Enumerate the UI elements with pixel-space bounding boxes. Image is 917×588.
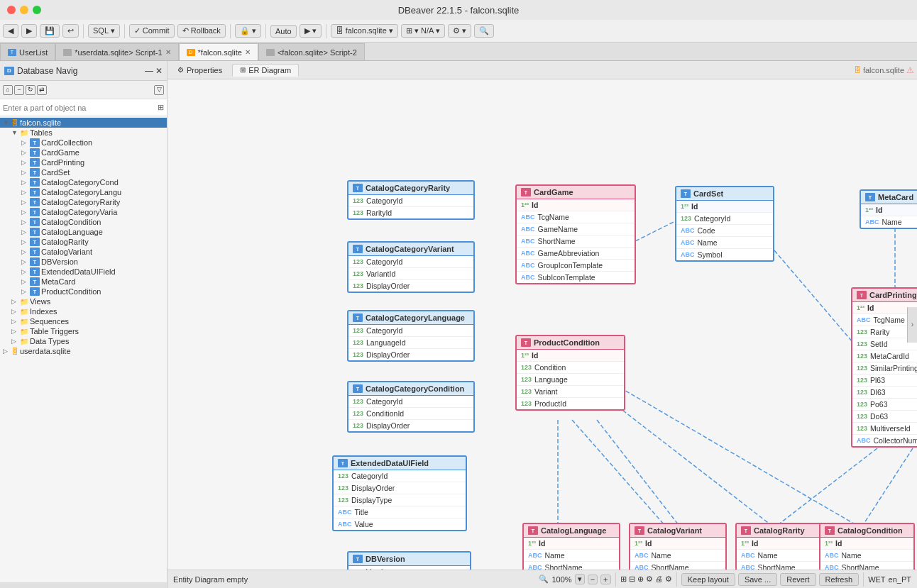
sidebar-item-views[interactable]: ▷ 📁 Views [0, 296, 167, 306]
entity-catalogcategoryrarity[interactable]: T CatalogCategoryRarity 123 CategoryId 1… [347, 180, 475, 220]
auto-select[interactable]: Auto [270, 25, 297, 38]
tab-script1[interactable]: *userdata.sqlite> Script-1 ✕ [55, 43, 178, 60]
db-icon: 🗄 [11, 119, 18, 127]
connection-select[interactable]: 🗄 falcon.sqlite ▾ [331, 24, 398, 38]
entity-cardgame[interactable]: T CardGame 1²³ Id ABC TcgName ABC GameNa… [515, 184, 636, 284]
entity-catalogvariant[interactable]: T CatalogVariant 1²³ Id ABC Name ABC Sho… [629, 523, 727, 570]
sidebar-item-cardcollection[interactable]: ▷ T CardCollection [0, 138, 167, 148]
revert-toolbar-button[interactable]: ↩ [62, 24, 79, 38]
run-button[interactable]: ▶ ▾ [300, 24, 322, 38]
entity-dbversion[interactable]: T DBVersion 123 Version 123 MinimumAppVe… [347, 551, 471, 570]
filter-icon[interactable]: ⊞ [158, 103, 164, 112]
content-header-right: 🗄 falcon.sqlite ⚠ [854, 65, 914, 75]
revert-btn[interactable]: Revert [780, 573, 816, 586]
close-button[interactable] [7, 6, 16, 14]
transaction-button[interactable]: 🔒 ▾ [235, 24, 261, 38]
sidebar-item-catalogcategoryrarity[interactable]: ▷ T CatalogCategoryRarity [0, 197, 167, 207]
forward-button[interactable]: ▶ [21, 24, 37, 38]
entity-catalogcategorycondition[interactable]: T CatalogCategoryCondition 123 CategoryI… [347, 381, 475, 433]
entity-extendeddatauifield[interactable]: T ExtendedDataUIField 123 CategoryId 123… [332, 455, 467, 531]
zoom-dropdown[interactable]: ▾ [575, 574, 585, 584]
field-name: CategoryId [366, 397, 402, 406]
sidebar-item-catalogcategorylang[interactable]: ▷ T CatalogCategoryLangu [0, 187, 167, 197]
sidebar-minimize[interactable]: — [145, 66, 153, 76]
sidebar-search-input[interactable] [3, 104, 158, 112]
sidebar-label-cardset: CardSet [41, 168, 70, 177]
sidebar-item-falcon-sqlite[interactable]: ▼ 🗄 falcon.sqlite [0, 118, 167, 128]
entity-catalogcategoryvariant[interactable]: T CatalogCategoryVariant 123 CategoryId … [347, 241, 475, 293]
tab-properties[interactable]: ⚙ Properties [170, 65, 229, 76]
minimize-button[interactable] [20, 6, 28, 14]
zoom-minus-btn[interactable]: − [588, 575, 598, 584]
sidebar-item-indexes[interactable]: ▷ 📁 Indexes [0, 306, 167, 316]
sidebar-collapse-btn[interactable]: − [14, 85, 24, 95]
sidebar-item-tables[interactable]: ▼ 📁 Tables [0, 128, 167, 138]
tab-falcon-close[interactable]: ✕ [245, 48, 251, 56]
tab-script1-close[interactable]: ✕ [165, 48, 171, 56]
entity-cataloglanguage[interactable]: T CatalogLanguage 1²³ Id ABC Name ABC Sh… [522, 523, 620, 570]
entity-metacard[interactable]: T MetaCard 1²³ Id ABC Name [860, 189, 917, 229]
tab-er-diagram[interactable]: ⊞ ER Diagram [232, 64, 299, 77]
search-button[interactable]: 🔍 [474, 24, 494, 38]
field-name: SetId [870, 340, 888, 348]
sidebar-refresh-btn[interactable]: ↻ [26, 85, 35, 95]
sidebar-item-productcondition[interactable]: ▷ T ProductCondition [0, 287, 167, 296]
panel-collapse-right[interactable]: › [907, 307, 917, 343]
entity-catalogcategorylanguage[interactable]: T CatalogCategoryLanguage 123 CategoryId… [347, 310, 475, 362]
separator-5 [326, 24, 326, 38]
entity-header-cardset: T CardSet [676, 187, 773, 201]
save-btn[interactable]: Save ... [738, 573, 777, 586]
sidebar-item-catalogcondition[interactable]: ▷ T CatalogCondition [0, 217, 167, 227]
sidebar-item-cardgame[interactable]: ▷ T CardGame [0, 148, 167, 157]
refresh-btn[interactable]: Refresh [819, 573, 860, 586]
table-header-icon: T [521, 188, 531, 196]
sidebar-item-cardprinting[interactable]: ▷ T CardPrinting [0, 157, 167, 167]
sidebar-item-cataloglanguage[interactable]: ▷ T CatalogLanguage [0, 227, 167, 237]
sidebar-home-btn[interactable]: ⌂ [3, 85, 13, 95]
field-type: 1²³ [635, 540, 642, 547]
sidebar-item-catalogcategoryvar[interactable]: ▷ T CatalogCategoryVaria [0, 207, 167, 217]
sidebar-item-catalograrity[interactable]: ▷ T CatalogRarity [0, 237, 167, 247]
zoom-plus-btn[interactable]: + [600, 575, 610, 584]
entity-catalogcondition[interactable]: T CatalogCondition 1²³ Id ABC Name ABC S… [819, 523, 915, 570]
sidebar-item-catalogcategorycond[interactable]: ▷ T CatalogCategoryCond [0, 177, 167, 187]
commit-button[interactable]: ✓ Commit [129, 24, 175, 38]
sidebar-item-data-types[interactable]: ▷ 📁 Data Types [0, 336, 167, 346]
sidebar-search-bar: ⊞ [0, 99, 167, 116]
entity-cardset[interactable]: T CardSet 1²³ Id 123 CategoryId ABC Code… [675, 186, 774, 262]
entity-catalograrity[interactable]: T CatalogRarity 1²³ Id ABC Name ABC Shor… [735, 523, 828, 570]
sql-button[interactable]: SQL ▾ [88, 24, 120, 38]
rollback-button[interactable]: ↶ Rollback [177, 24, 226, 38]
sidebar-item-table-triggers[interactable]: ▷ 📁 Table Triggers [0, 326, 167, 336]
sidebar-item-cardset[interactable]: ▷ T CardSet [0, 167, 167, 177]
sidebar-link-btn[interactable]: ⇄ [37, 85, 47, 95]
er-diagram-canvas[interactable]: T CatalogCategoryRarity 123 CategoryId 1… [168, 79, 917, 570]
sidebar-item-dbversion[interactable]: ▷ T DBVersion [0, 257, 167, 267]
tab-script2[interactable]: <falcon.sqlite> Script-2 [258, 43, 365, 60]
sidebar-item-extenddatauifield[interactable]: ▷ T ExtendedDataUIField [0, 267, 167, 277]
maximize-button[interactable] [33, 6, 41, 14]
falcon-tab-icon: D [187, 49, 195, 56]
field-name: Rarity [870, 328, 889, 336]
db-tools[interactable]: ⚙ ▾ [448, 24, 471, 38]
window-controls [7, 6, 41, 14]
field-type: 1²³ [681, 203, 688, 210]
sidebar-scrollbar[interactable] [0, 582, 167, 588]
sidebar-item-userdata-sqlite[interactable]: ▷ 🗄 userdata.sqlite [0, 346, 167, 356]
save-toolbar-button[interactable]: 💾 [40, 24, 60, 38]
field-type: ABC [681, 251, 695, 258]
field-title: ABC Title [334, 506, 466, 518]
tab-userlist[interactable]: T UserList [0, 43, 55, 60]
sidebar-filter-btn[interactable]: ▽ [154, 85, 164, 95]
sidebar-item-metacard[interactable]: ▷ T MetaCard [0, 277, 167, 287]
tab-falcon[interactable]: D *falcon.sqlite ✕ [179, 43, 258, 60]
sidebar-item-sequences[interactable]: ▷ 📁 Sequences [0, 316, 167, 326]
keep-layout-btn[interactable]: Keep layout [681, 573, 735, 586]
sidebar-close[interactable]: ✕ [155, 66, 163, 76]
field-type: ABC [681, 239, 695, 246]
range-select[interactable]: ⊞ ▾ N/A ▾ [401, 24, 445, 38]
layout-buttons[interactable]: ⊞ ⊟ ⊕ ⚙ 🖨 ⚙ [620, 575, 672, 584]
entity-productcondition[interactable]: T ProductCondition 1²³ Id 123 Condition … [515, 335, 625, 411]
sidebar-item-catalogvariant[interactable]: ▷ T CatalogVariant [0, 247, 167, 257]
back-button[interactable]: ◀ [3, 24, 18, 38]
